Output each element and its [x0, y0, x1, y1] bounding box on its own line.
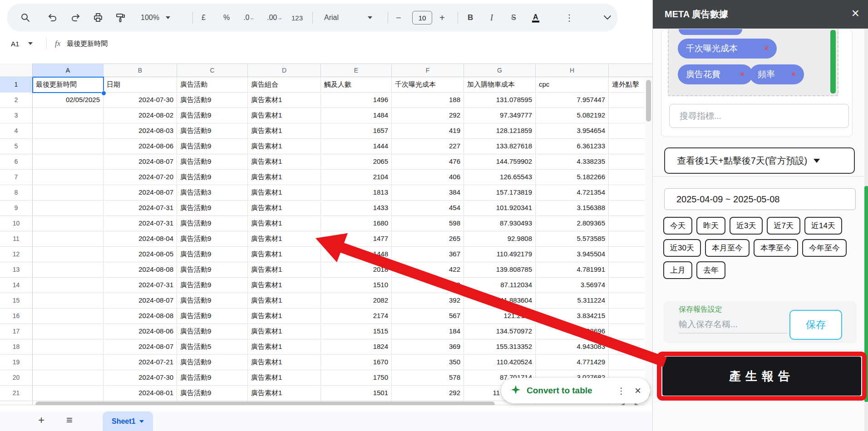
quick-range-button[interactable]: 今年至今	[802, 239, 847, 257]
date-range-input[interactable]: 2025-04-09 ~ 2025-05-08	[664, 188, 856, 210]
grid-cell[interactable]: 廣告活動	[177, 77, 248, 93]
grid-cell[interactable]: 2024-07-31	[104, 216, 177, 231]
fill-handle[interactable]	[101, 91, 106, 96]
popup-close-icon[interactable]: ×	[635, 386, 641, 396]
grid-cell[interactable]: 3.954654	[536, 123, 609, 139]
font-size-field[interactable]: 10	[412, 11, 432, 24]
grid-cell[interactable]: 1750	[321, 370, 392, 386]
sidebar-scrollbar-thumb[interactable]	[864, 186, 868, 402]
grid-cell[interactable]: 367	[392, 247, 464, 262]
grid-cell[interactable]	[33, 262, 104, 278]
sidebar-close-icon[interactable]: ×	[851, 5, 859, 21]
row-header-8[interactable]: 8	[0, 185, 33, 201]
grid-cell[interactable]: 1510	[321, 278, 392, 293]
print-icon[interactable]	[93, 12, 104, 23]
chip-remove-icon[interactable]: ×	[740, 70, 745, 78]
grid-cell[interactable]: 567	[392, 309, 464, 324]
column-header-I[interactable]	[609, 64, 652, 77]
grid-cell[interactable]: 2024-07-20	[104, 170, 177, 185]
undo-icon[interactable]	[47, 12, 58, 23]
quick-range-button[interactable]: 近3天	[730, 217, 763, 235]
column-header-D[interactable]: D	[248, 64, 321, 77]
font-select[interactable]: Arial	[324, 14, 372, 22]
row-header-12[interactable]: 12	[0, 247, 33, 262]
grid-cell[interactable]: 廣告素材1	[248, 108, 321, 123]
grid-cell[interactable]: 454	[392, 201, 464, 216]
grid-cell[interactable]: 廣告活動9	[177, 93, 248, 108]
grid-cell[interactable]: 265	[392, 231, 464, 247]
grid-cell[interactable]: 1444	[321, 139, 392, 154]
row-header-20[interactable]: 20	[0, 370, 33, 386]
grid-cell[interactable]: 1824	[321, 339, 392, 355]
grid-cell[interactable]: 2024-07-30	[104, 93, 177, 108]
grid-cell[interactable]: 廣告活動9	[177, 278, 248, 293]
search-icon[interactable]	[20, 12, 31, 23]
grid-cell[interactable]	[33, 216, 104, 231]
grid-cell[interactable]: 廣告活動9	[177, 262, 248, 278]
redo-icon[interactable]	[70, 12, 81, 23]
grid-cell[interactable]: 廣告素材1	[248, 309, 321, 324]
row-header-4[interactable]: 4	[0, 123, 33, 139]
grid-cell[interactable]: 廣告素材1	[248, 185, 321, 201]
grid-cell[interactable]: 5.311224	[536, 293, 609, 309]
grid-cell[interactable]: 5.182266	[536, 170, 609, 185]
grid-cell[interactable]: 110.492179	[464, 247, 536, 262]
grid-cell[interactable]: 392	[392, 293, 464, 309]
collapse-toolbar-icon[interactable]	[603, 15, 612, 20]
grid-cell[interactable]: 2024-08-04	[104, 231, 177, 247]
metric-chip[interactable]: 千次曝光成本×	[678, 39, 777, 59]
grid-cell[interactable]: 7.957447	[536, 93, 609, 108]
grid-cell[interactable]: 87.112034	[464, 278, 536, 293]
grid-cell[interactable]	[33, 293, 104, 309]
grid-cell[interactable]: 廣告活動9	[177, 123, 248, 139]
vertical-scrollbar-thumb[interactable]	[646, 80, 651, 122]
quick-range-button[interactable]: 上月	[663, 261, 692, 279]
grid-cell[interactable]: 廣告活動9	[177, 293, 248, 309]
grid-cell[interactable]: 292	[392, 386, 464, 401]
grid-cell[interactable]: 2024-08-07	[104, 154, 177, 170]
grid-cell[interactable]: 廣告活動9	[177, 386, 248, 401]
grid-cell[interactable]: 廣告素材1	[248, 170, 321, 185]
grid-cell[interactable]: 廣告素材1	[248, 201, 321, 216]
quick-range-button[interactable]: 本季至今	[754, 239, 798, 257]
grid-cell[interactable]: 5.573585	[536, 231, 609, 247]
grid-cell[interactable]: 廣告活動9	[177, 108, 248, 123]
grid-cell[interactable]: 110.420524	[464, 355, 536, 370]
grid-cell[interactable]	[33, 324, 104, 339]
row-header-9[interactable]: 9	[0, 201, 33, 216]
grid-cell[interactable]: 廣告活動9	[177, 201, 248, 216]
zoom-select[interactable]: 100%	[141, 14, 170, 22]
grid-cell[interactable]: 2.809365	[536, 216, 609, 231]
quick-range-button[interactable]: 昨天	[696, 217, 725, 235]
grid-cell[interactable]: 廣告素材1	[248, 386, 321, 401]
grid-cell[interactable]: 加入購物車成本	[464, 77, 536, 93]
grid-cell[interactable]: 292	[392, 108, 464, 123]
column-header-H[interactable]: H	[536, 64, 609, 77]
grid-cell[interactable]	[33, 370, 104, 386]
chip-remove-icon[interactable]: ×	[792, 70, 796, 78]
grid-cell[interactable]: 139.808785	[464, 262, 536, 278]
grid-cell[interactable]: 128.121859	[464, 123, 536, 139]
grid-cell[interactable]	[33, 247, 104, 262]
save-name-input[interactable]: 輸入保存名稱...	[679, 316, 788, 333]
grid-cell[interactable]: 廣告活動9	[177, 216, 248, 231]
grid-cell[interactable]: 121.2185	[464, 309, 536, 324]
grid-cell[interactable]: 2082	[321, 293, 392, 309]
grid-cell[interactable]: 廣告素材1	[248, 293, 321, 309]
grid-cell[interactable]: 157.173819	[464, 185, 536, 201]
italic-button[interactable]: I	[490, 13, 493, 23]
metric-search-input[interactable]: 搜尋指標...	[669, 104, 849, 128]
grid-cell[interactable]: 155.313352	[464, 339, 536, 355]
column-header-F[interactable]: F	[392, 64, 464, 77]
grid-cell[interactable]: 598	[392, 216, 464, 231]
attribution-window-select[interactable]: 查看後1天+點擊後7天(官方預設)	[664, 147, 855, 174]
grid-cell[interactable]: 1657	[321, 123, 392, 139]
grid-cell[interactable]: 廣告活動9	[177, 170, 248, 185]
grid-cell[interactable]	[33, 278, 104, 293]
grid-cell[interactable]: 1433	[321, 201, 392, 216]
grid-cell[interactable]: 廣告活動9	[177, 309, 248, 324]
grid-cell[interactable]: 406	[392, 170, 464, 185]
grid-cell[interactable]: 3.56974	[536, 278, 609, 293]
grid-cell[interactable]: 2024-08-06	[104, 324, 177, 339]
grid-cell[interactable]: 141.883604	[464, 293, 536, 309]
